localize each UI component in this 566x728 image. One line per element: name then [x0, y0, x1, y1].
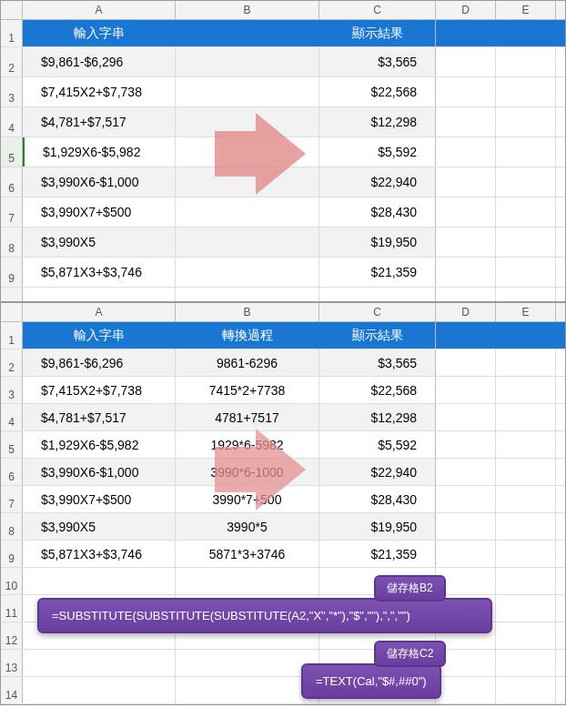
row-number[interactable]: 4: [1, 107, 23, 136]
cell[interactable]: [436, 77, 496, 106]
col-header-b[interactable]: B: [176, 303, 319, 321]
cell[interactable]: [436, 258, 496, 287]
cell[interactable]: [496, 349, 556, 376]
cell[interactable]: [496, 404, 556, 430]
cell-process[interactable]: 7415*2+7738: [176, 377, 319, 403]
cell-input[interactable]: $3,990X6-$1,000: [23, 167, 176, 197]
row-number[interactable]: 10: [1, 568, 23, 594]
header-input-string[interactable]: 輸入字串: [23, 20, 176, 46]
cell-process[interactable]: 1929*6-5982: [176, 431, 319, 458]
cell[interactable]: [176, 650, 319, 676]
row-number[interactable]: 11: [1, 595, 23, 622]
cell-result[interactable]: $22,568: [319, 377, 436, 403]
row-number[interactable]: 1: [1, 322, 23, 349]
cell[interactable]: [436, 197, 496, 227]
row-number[interactable]: 1: [1, 20, 23, 46]
cell[interactable]: [496, 288, 556, 301]
header-convert-process[interactable]: 轉換過程: [176, 322, 319, 349]
cell[interactable]: [436, 541, 496, 567]
cell[interactable]: [176, 288, 319, 301]
cell-process[interactable]: 3990*6-1000: [176, 459, 319, 485]
cell[interactable]: [496, 677, 556, 703]
cell[interactable]: [496, 137, 556, 167]
cell[interactable]: [496, 622, 556, 649]
row-number[interactable]: 9: [1, 541, 23, 567]
cell[interactable]: [496, 107, 556, 136]
cell-result[interactable]: $5,592: [319, 137, 436, 167]
cell-d1[interactable]: [436, 20, 496, 46]
cell-process[interactable]: 4781+7517: [176, 404, 319, 430]
cell-input[interactable]: $9,861-$6,296: [23, 349, 176, 376]
cell[interactable]: [496, 167, 556, 197]
cell-result[interactable]: $22,940: [319, 459, 436, 485]
header-blank[interactable]: [176, 20, 319, 46]
cell[interactable]: [496, 541, 556, 567]
row-number[interactable]: 5: [1, 431, 23, 458]
select-all-corner[interactable]: [1, 1, 23, 19]
cell-result[interactable]: $28,430: [319, 486, 436, 512]
cell[interactable]: [436, 137, 496, 167]
row-number[interactable]: 9: [1, 258, 23, 287]
cell[interactable]: [436, 513, 496, 540]
col-header-a[interactable]: A: [23, 303, 176, 321]
cell[interactable]: [496, 513, 556, 540]
row-number[interactable]: 13: [1, 650, 23, 676]
cell[interactable]: [436, 47, 496, 76]
cell-input[interactable]: $5,871X3+$3,746: [23, 258, 176, 287]
cell-process[interactable]: 9861-6296: [176, 349, 319, 376]
col-header-c[interactable]: C: [319, 303, 436, 321]
row-number[interactable]: 8: [1, 228, 23, 257]
cell[interactable]: [496, 47, 556, 76]
cell-process[interactable]: 5871*3+3746: [176, 541, 319, 567]
cell[interactable]: [496, 228, 556, 257]
cell[interactable]: [23, 568, 176, 594]
cell-blank[interactable]: [176, 197, 319, 227]
row-number[interactable]: 12: [1, 622, 23, 649]
cell[interactable]: [176, 677, 319, 703]
row-number[interactable]: 2: [1, 47, 23, 76]
cell[interactable]: [496, 568, 556, 594]
cell[interactable]: [436, 377, 496, 403]
row-number[interactable]: 4: [1, 404, 23, 430]
cell-result[interactable]: $21,359: [319, 258, 436, 287]
cell-input[interactable]: $3,990X5: [23, 228, 176, 257]
cell[interactable]: [436, 486, 496, 512]
cell-blank[interactable]: [176, 228, 319, 257]
header-input-string[interactable]: 輸入字串: [23, 322, 176, 349]
col-header-e[interactable]: E: [496, 1, 556, 19]
cell-input[interactable]: $7,415X2+$7,738: [23, 377, 176, 403]
cell-result[interactable]: $22,568: [319, 77, 436, 106]
cell-result[interactable]: $19,950: [319, 228, 436, 257]
cell-result[interactable]: $12,298: [319, 107, 436, 136]
cell-input[interactable]: $4,781+$7,517: [23, 404, 176, 430]
cell-result[interactable]: $28,430: [319, 197, 436, 227]
cell-input[interactable]: $3,990X7+$500: [23, 486, 176, 512]
cell[interactable]: [496, 595, 556, 622]
row-number[interactable]: 6: [1, 167, 23, 197]
cell[interactable]: [436, 459, 496, 485]
row-number[interactable]: 5: [1, 137, 23, 167]
cell-input[interactable]: $9,861-$6,296: [23, 47, 176, 76]
header-result[interactable]: 顯示結果: [319, 322, 436, 349]
col-header-e[interactable]: E: [496, 303, 556, 321]
select-all-corner[interactable]: [1, 303, 23, 321]
cell[interactable]: [436, 677, 496, 703]
row-number[interactable]: 6: [1, 459, 23, 485]
row-number[interactable]: 7: [1, 197, 23, 227]
cell-process[interactable]: 3990*7+500: [176, 486, 319, 512]
row-number[interactable]: 3: [1, 377, 23, 403]
cell[interactable]: [23, 677, 176, 703]
cell[interactable]: [436, 167, 496, 197]
cell-e1[interactable]: [496, 322, 556, 349]
header-result[interactable]: 顯示結果: [319, 20, 436, 46]
cell[interactable]: [176, 568, 319, 594]
cell[interactable]: [319, 288, 436, 301]
row-number[interactable]: 2: [1, 349, 23, 376]
row-number[interactable]: 14: [1, 677, 23, 703]
col-header-a[interactable]: A: [23, 1, 176, 19]
cell[interactable]: [436, 288, 496, 301]
cell[interactable]: [436, 404, 496, 430]
row-number[interactable]: 8: [1, 513, 23, 540]
cell-input[interactable]: $3,990X5: [23, 513, 176, 540]
cell-result[interactable]: $3,565: [319, 349, 436, 376]
